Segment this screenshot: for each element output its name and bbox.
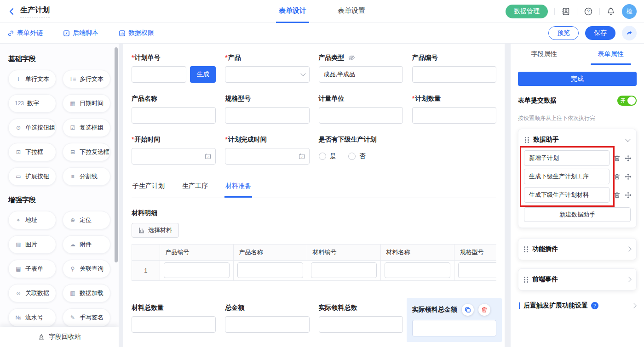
delete-assistant-button[interactable] — [614, 173, 621, 180]
tab-field-properties[interactable]: 字段属性 — [511, 44, 577, 65]
actual-pick-amount-input[interactable] — [412, 320, 496, 336]
assistant-item-generate-material[interactable]: 生成下级生产计划材料 — [524, 187, 610, 203]
finish-time-input[interactable] — [225, 148, 309, 165]
move-assistant-handle[interactable] — [625, 173, 632, 180]
row-index: 1 — [132, 260, 160, 280]
sidebar-item-data-load[interactable]: ▥数据加载 — [63, 284, 110, 302]
unit-input[interactable] — [319, 107, 403, 124]
field-recycle-bin[interactable]: 字段回收站 — [0, 327, 119, 347]
actual-pick-qty-input[interactable] — [319, 316, 403, 333]
sidebar-item-dropdown-multi[interactable]: ⊟下拉复选框 — [63, 143, 110, 161]
product-name-input[interactable] — [132, 107, 216, 124]
radio-no[interactable]: 否 — [348, 152, 366, 160]
start-time-input[interactable] — [132, 148, 216, 165]
sidebar-item-sub-form[interactable]: ▤子表单 — [8, 260, 56, 278]
move-assistant-handle[interactable] — [625, 155, 632, 162]
delete-assistant-button[interactable] — [614, 192, 621, 199]
contacts-book-icon[interactable] — [561, 7, 570, 16]
drag-handle-icon[interactable] — [524, 276, 529, 283]
product-code-input[interactable] — [412, 66, 496, 83]
product-type-input[interactable] — [319, 66, 403, 83]
script-icon — [63, 30, 70, 37]
delete-assistant-button[interactable] — [614, 155, 621, 162]
amount-total-input[interactable] — [225, 316, 309, 333]
chevron-down-icon[interactable] — [625, 137, 630, 142]
spec-model-input[interactable] — [225, 107, 309, 124]
assistant-item-generate-process[interactable]: 生成下级生产计划工序 — [524, 169, 610, 184]
svg-text:7: 7 — [207, 155, 209, 159]
field-product-type: 产品类型 — [319, 54, 403, 83]
drag-handle-icon[interactable] — [524, 246, 529, 252]
sidebar-item-attachment[interactable]: ☁附件 — [63, 235, 110, 254]
cell-material-code-input[interactable] — [311, 262, 377, 278]
done-button[interactable]: 完成 — [518, 72, 637, 86]
dropdown-multi-icon: ⊟ — [69, 149, 76, 155]
tab-sub-production-plan[interactable]: 子生产计划 — [132, 178, 166, 198]
plan-qty-input[interactable] — [412, 107, 496, 124]
tab-form-properties[interactable]: 表单属性 — [577, 44, 644, 65]
save-button[interactable]: 保存 — [585, 26, 615, 40]
plan-no-input[interactable] — [132, 66, 186, 83]
sidebar-item-related-data[interactable]: ∞关联数据 — [8, 284, 56, 302]
help-question-icon[interactable]: ? — [591, 302, 598, 309]
sidebar-item-location[interactable]: ⊕定位 — [63, 211, 110, 229]
drag-handle-icon[interactable] — [525, 137, 529, 143]
move-icon — [625, 192, 632, 199]
sidebar-item-datetime[interactable]: ▦日期时间 — [63, 94, 110, 113]
assistant-item-new-sub-plan[interactable]: 新增子计划 — [524, 150, 610, 166]
sidebar-item-handwritten-signature[interactable]: ✎手写签名 — [63, 308, 110, 327]
help-icon[interactable]: ? — [584, 7, 593, 16]
sidebar-item-serial-number[interactable]: №流水号 — [8, 308, 56, 327]
radio-yes[interactable]: 是 — [319, 152, 336, 160]
sidebar-item-checkbox-group[interactable]: ☑复选框组 — [63, 119, 110, 137]
sidebar-scrollbar[interactable] — [115, 47, 118, 262]
sidebar-item-multi-line-text[interactable]: T≡多行文本 — [63, 70, 110, 88]
back-button[interactable] — [7, 7, 16, 16]
move-assistant-handle[interactable] — [625, 192, 632, 199]
sidebar-item-divider-line[interactable]: ≡分割线 — [63, 167, 110, 186]
select-material-button[interactable]: 选择材料 — [132, 223, 179, 238]
field-spec-model: 规格型号 — [225, 95, 309, 124]
sidebar-item-extend-button[interactable]: ▭扩展按钮 — [8, 167, 56, 186]
share-button[interactable] — [622, 26, 637, 40]
product-select[interactable] — [225, 66, 309, 83]
data-permission-button[interactable]: 数据权限 — [119, 29, 154, 37]
sidebar-item-dropdown[interactable]: ⊡下拉框 — [8, 143, 56, 161]
table-header-product-code: 产品编号 — [160, 245, 233, 260]
new-data-assistant-button[interactable]: 新建数据助手 — [524, 207, 631, 222]
sidebar-item-related-query[interactable]: ⚲关联查询 — [63, 260, 110, 278]
cell-product-code-input[interactable] — [164, 262, 230, 278]
function-plugins-card[interactable]: 功能插件 — [518, 238, 637, 260]
generate-button[interactable]: 生成 — [190, 66, 216, 83]
notification-bell-icon[interactable] — [606, 7, 615, 16]
materials-total-input[interactable] — [132, 316, 216, 333]
related-data-icon: ∞ — [15, 290, 22, 296]
tab-material-preparation[interactable]: 材料准备 — [224, 178, 252, 198]
user-avatar[interactable]: 检 — [622, 4, 637, 19]
post-trigger-settings[interactable]: 后置触发扩展功能设置 ? — [518, 301, 637, 310]
table-header-index — [132, 245, 160, 260]
form-external-link-button[interactable]: 表单外链 — [7, 29, 43, 37]
preview-button[interactable]: 预览 — [548, 26, 579, 40]
sidebar-item-radio-group[interactable]: ⊙单选按钮组 — [8, 119, 56, 137]
submit-data-toggle[interactable]: 开 — [617, 96, 637, 106]
backend-script-button[interactable]: 后端脚本 — [63, 29, 98, 37]
sidebar-item-address[interactable]: ⌖地址 — [8, 211, 56, 229]
cell-material-name-input[interactable] — [385, 262, 450, 278]
table-header-material-code: 材料编号 — [307, 245, 380, 260]
field-actual-pick-amount-selected[interactable]: 实际领料总金额 — [407, 298, 502, 342]
copy-field-button[interactable] — [462, 304, 474, 316]
sidebar-item-number[interactable]: 123数字 — [8, 94, 56, 113]
tab-form-settings[interactable]: 表单设置 — [335, 0, 368, 23]
front-events-card[interactable]: 前端事件 — [518, 268, 637, 290]
tab-form-design[interactable]: 表单设计 — [276, 0, 309, 23]
sidebar-item-image[interactable]: ▨图片 — [8, 235, 56, 254]
cell-spec-model-input[interactable] — [458, 262, 497, 278]
table-row: 1 — [132, 260, 496, 280]
delete-field-button[interactable] — [478, 304, 490, 316]
divider-line-icon: ≡ — [69, 173, 76, 180]
cell-product-name-input[interactable] — [237, 262, 303, 278]
data-manage-button[interactable]: 数据管理 — [506, 5, 548, 18]
sidebar-item-single-line-text[interactable]: T单行文本 — [8, 70, 56, 88]
tab-production-process[interactable]: 生产工序 — [181, 178, 209, 198]
